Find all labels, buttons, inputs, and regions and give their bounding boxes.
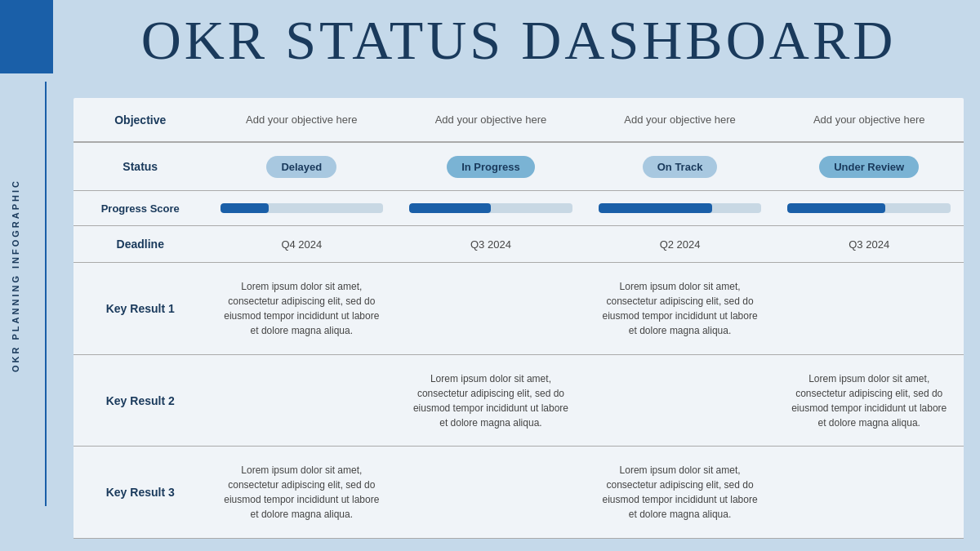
status-badge-delayed: Delayed xyxy=(266,156,336,178)
progress-col1 xyxy=(207,190,397,226)
progress-col4 xyxy=(774,190,964,226)
dashboard-table-container: Objective Add your objective here Add yo… xyxy=(74,98,964,539)
status-col1: Delayed xyxy=(207,142,397,190)
progress-bar-container-4 xyxy=(787,203,951,213)
vertical-line-decoration xyxy=(45,82,47,506)
kr2-col2: Lorem ipsum dolor sit amet, consectetur … xyxy=(396,354,586,447)
progress-bar-container-2 xyxy=(409,203,572,213)
kr2-col3 xyxy=(586,354,775,447)
kr2-col1 xyxy=(207,354,397,447)
kr1-col2 xyxy=(396,263,586,355)
kr2-col4: Lorem ipsum dolor sit amet, consectetur … xyxy=(774,354,964,447)
kr2-label: Key Result 2 xyxy=(74,354,207,447)
progress-row: Progress Score xyxy=(74,190,964,226)
status-col4: Under Review xyxy=(774,142,964,190)
status-label: Status xyxy=(74,142,207,190)
status-badge-underreview: Under Review xyxy=(819,156,919,178)
status-row: Status Delayed In Progress On Track Unde… xyxy=(74,142,964,190)
okr-table: Objective Add your objective here Add yo… xyxy=(74,98,964,539)
kr3-col2 xyxy=(396,447,586,539)
kr3-col3: Lorem ipsum dolor sit amet, consectetur … xyxy=(586,447,775,539)
page-title: OKR STATUS DASHBOARD xyxy=(57,8,980,73)
deadline-row: Deadline Q4 2024 Q3 2024 Q2 2024 Q3 2024 xyxy=(74,226,964,263)
objective-col1: Add your objective here xyxy=(207,98,397,142)
objective-col4: Add your objective here xyxy=(774,98,964,142)
kr3-col1: Lorem ipsum dolor sit amet, consectetur … xyxy=(207,447,397,539)
kr1-row: Key Result 1 Lorem ipsum dolor sit amet,… xyxy=(74,263,964,355)
status-col3: On Track xyxy=(586,142,775,190)
progress-label: Progress Score xyxy=(74,190,207,226)
progress-bar-fill-4 xyxy=(787,203,885,213)
side-label-container: OKR PLANNING INFOGRAPHIC xyxy=(0,0,31,551)
status-badge-ontrack: On Track xyxy=(643,156,718,178)
deadline-col3: Q2 2024 xyxy=(586,226,775,263)
kr3-label: Key Result 3 xyxy=(74,447,207,539)
progress-col2 xyxy=(396,190,586,226)
kr3-col4 xyxy=(774,447,964,539)
progress-bar-fill-1 xyxy=(220,203,270,213)
progress-bar-container-3 xyxy=(599,203,762,213)
kr1-label: Key Result 1 xyxy=(74,263,207,355)
kr1-col3: Lorem ipsum dolor sit amet, consectetur … xyxy=(586,263,775,355)
side-label-text: OKR PLANNING INFOGRAPHIC xyxy=(11,179,20,372)
deadline-label: Deadline xyxy=(74,226,207,263)
objective-row: Objective Add your objective here Add yo… xyxy=(74,98,964,142)
kr1-col4 xyxy=(774,263,964,355)
objective-label: Objective xyxy=(74,98,207,142)
progress-col3 xyxy=(586,190,775,226)
progress-bar-fill-3 xyxy=(599,203,713,213)
status-badge-inprogress: In Progress xyxy=(447,156,535,178)
deadline-col1: Q4 2024 xyxy=(207,226,397,263)
status-col2: In Progress xyxy=(396,142,586,190)
kr1-col1: Lorem ipsum dolor sit amet, consectetur … xyxy=(207,263,397,355)
objective-col3: Add your objective here xyxy=(586,98,775,142)
objective-col2: Add your objective here xyxy=(396,98,586,142)
progress-bar-container-1 xyxy=(220,203,384,213)
progress-bar-fill-2 xyxy=(409,203,491,213)
kr3-row: Key Result 3 Lorem ipsum dolor sit amet,… xyxy=(74,447,964,539)
kr2-row: Key Result 2 Lorem ipsum dolor sit amet,… xyxy=(74,354,964,447)
deadline-col2: Q3 2024 xyxy=(396,226,586,263)
deadline-col4: Q3 2024 xyxy=(774,226,964,263)
